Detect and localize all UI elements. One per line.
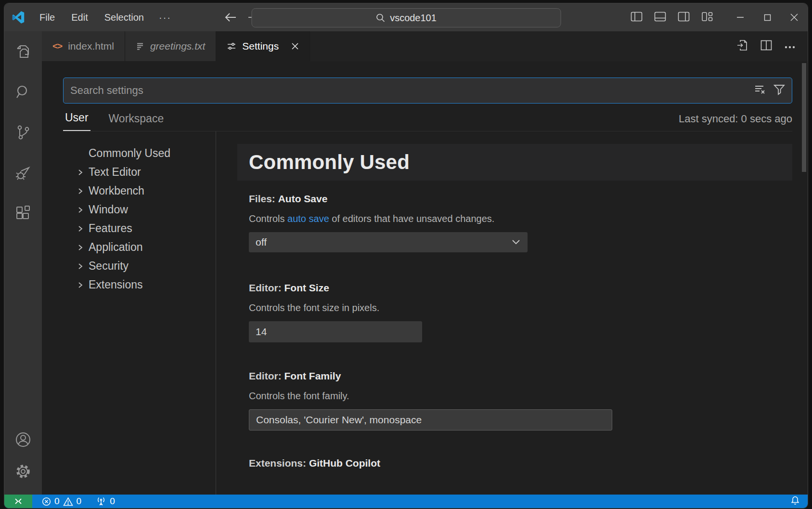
- activity-bar: [4, 31, 42, 495]
- setting-category: Extensions:: [249, 457, 309, 469]
- section-banner: Commonly Used: [237, 144, 792, 181]
- tab-index-html[interactable]: <> index.html: [42, 31, 125, 61]
- settings-search-input[interactable]: Search settings: [63, 78, 792, 104]
- extensions-sidebar-icon[interactable]: [4, 193, 42, 234]
- setting-description: Controls auto save of editors that have …: [249, 213, 792, 224]
- scope-tab-workspace[interactable]: Workspace: [107, 112, 166, 131]
- tab-bar: <> index.html greetings.txt Settings: [42, 31, 808, 61]
- tab-label: index.html: [68, 40, 114, 52]
- setting-category: Editor:: [249, 370, 284, 381]
- split-editor-icon[interactable]: [760, 40, 772, 52]
- toc-item-security[interactable]: Security: [42, 257, 216, 275]
- search-icon: [375, 13, 385, 23]
- chevron-right-icon: [76, 262, 89, 271]
- setting-editor-font-size: Editor: Font Size Controls the font size…: [237, 282, 792, 342]
- status-bar: 0 0 0: [4, 495, 808, 508]
- search-sidebar-icon[interactable]: [4, 72, 42, 112]
- toc-item-workbench[interactable]: Workbench: [42, 182, 216, 200]
- settings-toc: Commonly Used Text Editor Workbench: [42, 131, 216, 495]
- scrollbar-thumb[interactable]: [802, 63, 806, 172]
- tab-settings[interactable]: Settings: [216, 31, 310, 61]
- chevron-right-icon: [76, 281, 89, 289]
- auto-save-select[interactable]: off: [249, 232, 528, 252]
- chevron-down-icon: [511, 239, 521, 246]
- tab-label: Settings: [242, 40, 279, 52]
- toc-item-commonly-used[interactable]: Commonly Used: [42, 144, 216, 163]
- chevron-right-icon: [76, 243, 89, 252]
- font-family-value: Consolas, 'Courier New', monospace: [256, 414, 422, 426]
- chevron-right-icon: [76, 206, 89, 214]
- scope-tab-user[interactable]: User: [63, 111, 90, 131]
- menu-overflow-button[interactable]: ···: [152, 12, 178, 23]
- font-family-input[interactable]: Consolas, 'Courier New', monospace: [249, 409, 612, 431]
- chevron-right-icon: [76, 224, 89, 233]
- toc-item-text-editor[interactable]: Text Editor: [42, 163, 216, 182]
- notifications-bell-icon[interactable]: [790, 496, 800, 508]
- setting-description: Controls the font size in pixels.: [249, 302, 792, 313]
- section-heading: Commonly Used: [249, 151, 410, 174]
- gear-icon[interactable]: [14, 463, 32, 482]
- toc-item-application[interactable]: Application: [42, 238, 216, 257]
- file-lines-icon: [136, 42, 144, 51]
- filter-settings-icon[interactable]: [773, 84, 785, 97]
- font-size-value: 14: [256, 326, 267, 338]
- title-bar: File Edit Selection ··· vscode101: [4, 3, 808, 31]
- explorer-icon[interactable]: [4, 31, 42, 72]
- setting-name: Font Size: [284, 282, 329, 293]
- go-to-file-icon[interactable]: [736, 39, 748, 53]
- toggle-primary-sidebar-button[interactable]: [631, 12, 643, 24]
- toggle-panel-button[interactable]: [654, 12, 666, 24]
- chevron-right-icon: [76, 187, 89, 196]
- tab-greetings-txt[interactable]: greetings.txt: [125, 31, 216, 61]
- toc-item-extensions[interactable]: Extensions: [42, 275, 216, 294]
- settings-editor: Search settings: [42, 61, 808, 495]
- back-button[interactable]: [224, 12, 237, 23]
- close-tab-icon[interactable]: [291, 42, 299, 50]
- close-window-button[interactable]: [781, 3, 808, 31]
- error-count: 0: [54, 496, 60, 507]
- account-icon[interactable]: [14, 431, 32, 450]
- chevron-right-icon: [76, 168, 89, 177]
- setting-name: Font Family: [284, 370, 341, 381]
- vscode-logo-icon: [12, 11, 25, 24]
- problems-indicator[interactable]: 0 0: [42, 496, 81, 507]
- toc-item-features[interactable]: Features: [42, 219, 216, 238]
- setting-description: Controls the font family.: [249, 391, 792, 402]
- setting-name: GitHub Copilot: [309, 457, 380, 469]
- remote-indicator[interactable]: [4, 495, 32, 508]
- setting-extensions-github-copilot: Extensions: GitHub Copilot: [237, 457, 792, 469]
- auto-save-link[interactable]: auto save: [287, 213, 329, 224]
- ports-icon: [96, 496, 106, 506]
- toc-item-window[interactable]: Window: [42, 200, 216, 219]
- settings-scope-tabs: User Workspace Last synced: 0 secs ago: [63, 108, 792, 131]
- settings-sliders-icon: [227, 41, 236, 51]
- clear-settings-search-icon[interactable]: [754, 84, 766, 97]
- command-center-text: vscode101: [390, 13, 437, 24]
- maximize-button[interactable]: [754, 3, 781, 31]
- command-center-search[interactable]: vscode101: [251, 8, 561, 27]
- menu-selection[interactable]: Selection: [96, 12, 152, 23]
- ports-indicator[interactable]: 0: [96, 496, 115, 507]
- error-icon: [42, 497, 51, 506]
- last-synced-label: Last synced: 0 secs ago: [679, 113, 792, 131]
- settings-content: Commonly Used Files: Auto Save Controls …: [216, 131, 808, 495]
- run-debug-icon[interactable]: [4, 153, 42, 193]
- remote-icon: [14, 497, 23, 505]
- vscode-window: File Edit Selection ··· vscode101: [4, 3, 808, 509]
- menu-edit[interactable]: Edit: [63, 12, 96, 23]
- toggle-secondary-sidebar-button[interactable]: [678, 12, 690, 24]
- customize-layout-button[interactable]: [701, 12, 713, 24]
- setting-name: Auto Save: [278, 193, 328, 204]
- setting-files-auto-save: Files: Auto Save Controls auto save of e…: [237, 193, 792, 252]
- setting-category: Files:: [249, 193, 278, 204]
- setting-editor-font-family: Editor: Font Family Controls the font fa…: [237, 370, 792, 431]
- tab-label: greetings.txt: [150, 40, 205, 52]
- minimize-button[interactable]: [727, 3, 754, 31]
- menu-file[interactable]: File: [31, 12, 63, 23]
- source-control-icon[interactable]: [4, 112, 42, 153]
- auto-save-value: off: [256, 236, 267, 248]
- ports-count: 0: [110, 496, 115, 507]
- html-file-icon: <>: [52, 41, 62, 52]
- more-actions-icon[interactable]: [785, 42, 795, 51]
- font-size-input[interactable]: 14: [249, 321, 422, 342]
